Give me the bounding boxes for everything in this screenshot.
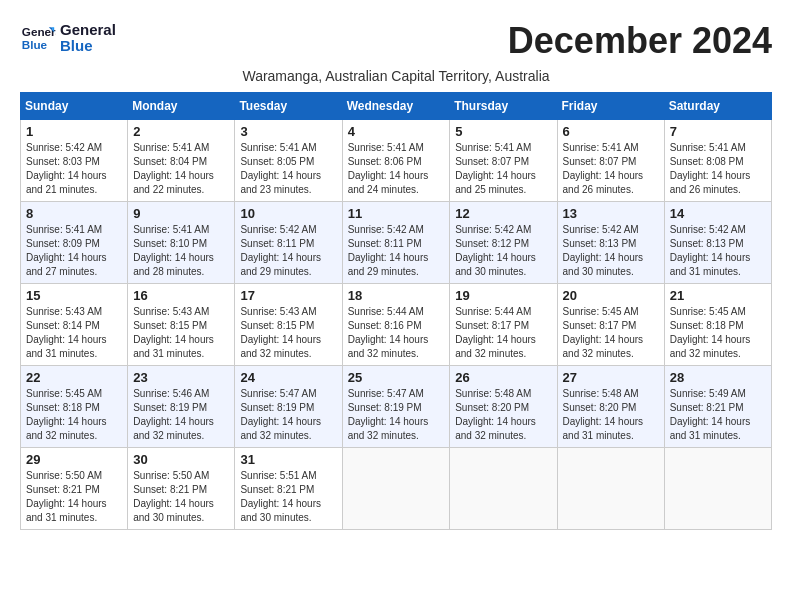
calendar-cell: 8Sunrise: 5:41 AMSunset: 8:09 PMDaylight… [21, 202, 128, 284]
calendar-cell: 29Sunrise: 5:50 AMSunset: 8:21 PMDayligh… [21, 448, 128, 530]
day-number: 18 [348, 288, 445, 303]
calendar-cell: 13Sunrise: 5:42 AMSunset: 8:13 PMDayligh… [557, 202, 664, 284]
day-number: 11 [348, 206, 445, 221]
day-number: 31 [240, 452, 336, 467]
day-number: 21 [670, 288, 766, 303]
svg-text:General: General [22, 25, 56, 38]
day-number: 2 [133, 124, 229, 139]
day-number: 23 [133, 370, 229, 385]
header-cell-sunday: Sunday [21, 93, 128, 120]
day-detail: Sunrise: 5:45 AMSunset: 8:18 PMDaylight:… [670, 305, 766, 361]
day-detail: Sunrise: 5:41 AMSunset: 8:07 PMDaylight:… [563, 141, 659, 197]
calendar-cell: 31Sunrise: 5:51 AMSunset: 8:21 PMDayligh… [235, 448, 342, 530]
month-title: December 2024 [508, 20, 772, 62]
calendar-cell: 17Sunrise: 5:43 AMSunset: 8:15 PMDayligh… [235, 284, 342, 366]
svg-text:Blue: Blue [22, 38, 48, 51]
calendar-cell: 22Sunrise: 5:45 AMSunset: 8:18 PMDayligh… [21, 366, 128, 448]
day-detail: Sunrise: 5:41 AMSunset: 8:09 PMDaylight:… [26, 223, 122, 279]
location-subtitle: Waramanga, Australian Capital Territory,… [20, 68, 772, 84]
title-area: December 2024 [508, 20, 772, 62]
day-number: 19 [455, 288, 551, 303]
day-detail: Sunrise: 5:41 AMSunset: 8:04 PMDaylight:… [133, 141, 229, 197]
calendar-cell: 12Sunrise: 5:42 AMSunset: 8:12 PMDayligh… [450, 202, 557, 284]
logo: General Blue General Blue [20, 20, 116, 56]
day-number: 5 [455, 124, 551, 139]
calendar-cell: 23Sunrise: 5:46 AMSunset: 8:19 PMDayligh… [128, 366, 235, 448]
day-detail: Sunrise: 5:42 AMSunset: 8:11 PMDaylight:… [348, 223, 445, 279]
header-cell-saturday: Saturday [664, 93, 771, 120]
logo-text: General Blue [60, 22, 116, 55]
calendar-cell: 2Sunrise: 5:41 AMSunset: 8:04 PMDaylight… [128, 120, 235, 202]
day-number: 24 [240, 370, 336, 385]
day-number: 25 [348, 370, 445, 385]
header-cell-wednesday: Wednesday [342, 93, 450, 120]
header-row: SundayMondayTuesdayWednesdayThursdayFrid… [21, 93, 772, 120]
day-number: 7 [670, 124, 766, 139]
day-detail: Sunrise: 5:46 AMSunset: 8:19 PMDaylight:… [133, 387, 229, 443]
calendar-header: SundayMondayTuesdayWednesdayThursdayFrid… [21, 93, 772, 120]
calendar-cell: 28Sunrise: 5:49 AMSunset: 8:21 PMDayligh… [664, 366, 771, 448]
day-number: 17 [240, 288, 336, 303]
calendar-cell: 11Sunrise: 5:42 AMSunset: 8:11 PMDayligh… [342, 202, 450, 284]
calendar-cell: 3Sunrise: 5:41 AMSunset: 8:05 PMDaylight… [235, 120, 342, 202]
calendar-cell: 6Sunrise: 5:41 AMSunset: 8:07 PMDaylight… [557, 120, 664, 202]
week-row-2: 8Sunrise: 5:41 AMSunset: 8:09 PMDaylight… [21, 202, 772, 284]
logo-icon: General Blue [20, 20, 56, 56]
day-number: 30 [133, 452, 229, 467]
calendar-cell: 1Sunrise: 5:42 AMSunset: 8:03 PMDaylight… [21, 120, 128, 202]
day-number: 9 [133, 206, 229, 221]
calendar-cell: 10Sunrise: 5:42 AMSunset: 8:11 PMDayligh… [235, 202, 342, 284]
day-number: 3 [240, 124, 336, 139]
day-detail: Sunrise: 5:41 AMSunset: 8:10 PMDaylight:… [133, 223, 229, 279]
calendar-cell [450, 448, 557, 530]
day-number: 16 [133, 288, 229, 303]
day-detail: Sunrise: 5:45 AMSunset: 8:17 PMDaylight:… [563, 305, 659, 361]
day-number: 29 [26, 452, 122, 467]
day-detail: Sunrise: 5:47 AMSunset: 8:19 PMDaylight:… [348, 387, 445, 443]
calendar-cell: 26Sunrise: 5:48 AMSunset: 8:20 PMDayligh… [450, 366, 557, 448]
day-detail: Sunrise: 5:43 AMSunset: 8:14 PMDaylight:… [26, 305, 122, 361]
header-cell-thursday: Thursday [450, 93, 557, 120]
calendar-cell: 19Sunrise: 5:44 AMSunset: 8:17 PMDayligh… [450, 284, 557, 366]
day-number: 12 [455, 206, 551, 221]
week-row-5: 29Sunrise: 5:50 AMSunset: 8:21 PMDayligh… [21, 448, 772, 530]
day-number: 4 [348, 124, 445, 139]
day-detail: Sunrise: 5:51 AMSunset: 8:21 PMDaylight:… [240, 469, 336, 525]
day-number: 8 [26, 206, 122, 221]
calendar-cell: 25Sunrise: 5:47 AMSunset: 8:19 PMDayligh… [342, 366, 450, 448]
day-number: 1 [26, 124, 122, 139]
day-number: 27 [563, 370, 659, 385]
day-detail: Sunrise: 5:50 AMSunset: 8:21 PMDaylight:… [133, 469, 229, 525]
calendar-cell: 4Sunrise: 5:41 AMSunset: 8:06 PMDaylight… [342, 120, 450, 202]
day-detail: Sunrise: 5:43 AMSunset: 8:15 PMDaylight:… [240, 305, 336, 361]
day-detail: Sunrise: 5:49 AMSunset: 8:21 PMDaylight:… [670, 387, 766, 443]
day-detail: Sunrise: 5:44 AMSunset: 8:17 PMDaylight:… [455, 305, 551, 361]
calendar-cell: 5Sunrise: 5:41 AMSunset: 8:07 PMDaylight… [450, 120, 557, 202]
calendar-cell: 21Sunrise: 5:45 AMSunset: 8:18 PMDayligh… [664, 284, 771, 366]
day-detail: Sunrise: 5:43 AMSunset: 8:15 PMDaylight:… [133, 305, 229, 361]
calendar-cell: 15Sunrise: 5:43 AMSunset: 8:14 PMDayligh… [21, 284, 128, 366]
day-number: 15 [26, 288, 122, 303]
calendar-cell: 16Sunrise: 5:43 AMSunset: 8:15 PMDayligh… [128, 284, 235, 366]
calendar-cell [664, 448, 771, 530]
day-number: 28 [670, 370, 766, 385]
day-detail: Sunrise: 5:42 AMSunset: 8:13 PMDaylight:… [670, 223, 766, 279]
day-detail: Sunrise: 5:44 AMSunset: 8:16 PMDaylight:… [348, 305, 445, 361]
day-detail: Sunrise: 5:42 AMSunset: 8:03 PMDaylight:… [26, 141, 122, 197]
day-number: 10 [240, 206, 336, 221]
calendar-cell: 9Sunrise: 5:41 AMSunset: 8:10 PMDaylight… [128, 202, 235, 284]
day-number: 6 [563, 124, 659, 139]
day-detail: Sunrise: 5:45 AMSunset: 8:18 PMDaylight:… [26, 387, 122, 443]
day-number: 13 [563, 206, 659, 221]
calendar-cell: 27Sunrise: 5:48 AMSunset: 8:20 PMDayligh… [557, 366, 664, 448]
day-detail: Sunrise: 5:48 AMSunset: 8:20 PMDaylight:… [455, 387, 551, 443]
day-detail: Sunrise: 5:50 AMSunset: 8:21 PMDaylight:… [26, 469, 122, 525]
header-cell-monday: Monday [128, 93, 235, 120]
calendar-cell: 30Sunrise: 5:50 AMSunset: 8:21 PMDayligh… [128, 448, 235, 530]
header-cell-friday: Friday [557, 93, 664, 120]
day-detail: Sunrise: 5:41 AMSunset: 8:06 PMDaylight:… [348, 141, 445, 197]
calendar-cell: 7Sunrise: 5:41 AMSunset: 8:08 PMDaylight… [664, 120, 771, 202]
page-header: General Blue General Blue December 2024 [20, 20, 772, 62]
day-detail: Sunrise: 5:41 AMSunset: 8:05 PMDaylight:… [240, 141, 336, 197]
day-detail: Sunrise: 5:42 AMSunset: 8:13 PMDaylight:… [563, 223, 659, 279]
